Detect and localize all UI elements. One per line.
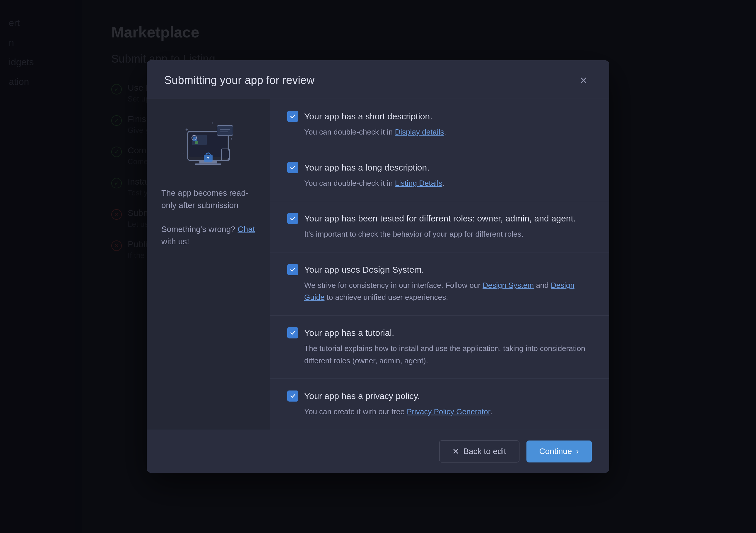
svg-text:✦: ✦ — [185, 127, 189, 132]
checklist-desc-design: We strive for consistency in our interfa… — [304, 279, 592, 303]
svg-rect-3 — [195, 164, 221, 165]
checklist-desc-tutorial: The tutorial explains how to install and… — [304, 343, 592, 367]
chevron-right-icon: › — [576, 447, 579, 456]
chat-link[interactable]: Chat — [238, 225, 255, 234]
listing-details-link[interactable]: Listing Details — [395, 178, 443, 187]
modal-close-button[interactable]: × — [575, 72, 592, 89]
checklist-header: Your app has a privacy policy. — [287, 391, 592, 402]
back-to-edit-button[interactable]: ✕ Back to edit — [439, 440, 519, 462]
checklist-item-tutorial: Your app has a tutorial. The tutorial ex… — [270, 316, 609, 379]
submit-review-modal: Submitting your app for review × — [147, 60, 609, 473]
continue-button[interactable]: Continue › — [526, 440, 592, 462]
checklist-item-long-desc: Your app has a long description. You can… — [270, 150, 609, 201]
left-something-wrong: Something's wrong? Chat with us! — [161, 223, 255, 248]
continue-label: Continue — [539, 447, 572, 456]
checklist-title-design: Your app uses Design System. — [304, 265, 424, 274]
checklist-header: Your app has a long description. — [287, 162, 592, 173]
checkbox-privacy[interactable] — [287, 391, 298, 402]
svg-rect-7 — [217, 125, 233, 136]
privacy-policy-generator-link[interactable]: Privacy Policy Generator — [407, 407, 490, 416]
checkbox-tutorial[interactable] — [287, 327, 298, 339]
modal-title: Submitting your app for review — [164, 74, 314, 86]
checklist-title-privacy: Your app has a privacy policy. — [304, 391, 420, 401]
illustration: ✦ ✦ ✦ · — [173, 117, 243, 175]
modal-right-panel: Your app has a short description. You ca… — [270, 99, 609, 430]
display-details-link[interactable]: Display details — [395, 128, 444, 136]
checklist-item-privacy: Your app has a privacy policy. You can c… — [270, 379, 609, 430]
design-system-link[interactable]: Design System — [482, 281, 534, 289]
svg-point-6 — [195, 141, 198, 144]
checklist-title-tutorial: Your app has a tutorial. — [304, 328, 394, 338]
checklist-desc-privacy: You can create it with our free Privacy … — [304, 406, 592, 418]
svg-text:✦: ✦ — [211, 121, 213, 125]
checklist-item-roles: Your app has been tested for different r… — [270, 201, 609, 252]
checklist-title-roles: Your app has been tested for different r… — [304, 214, 576, 223]
modal-left-panel: ✦ ✦ ✦ · The app becomes read-only after … — [147, 99, 270, 430]
checkbox-long-desc[interactable] — [287, 162, 298, 173]
checkbox-design[interactable] — [287, 264, 298, 275]
checklist-item-design: Your app uses Design System. We strive f… — [270, 252, 609, 315]
left-read-only-text: The app becomes read-only after submissi… — [161, 187, 255, 212]
checkbox-short-desc[interactable] — [287, 111, 298, 122]
svg-point-11 — [207, 157, 209, 159]
checklist-desc-long-desc: You can double-check it in Listing Detai… — [304, 177, 592, 189]
checklist-header: Your app has a short description. — [287, 111, 592, 122]
svg-rect-18 — [222, 150, 229, 159]
checklist-header: Your app uses Design System. — [287, 264, 592, 275]
x-icon: ✕ — [452, 446, 459, 456]
checklist-header: Your app has been tested for different r… — [287, 213, 592, 224]
checklist-title-short-desc: Your app has a short description. — [304, 112, 432, 121]
checklist-header: Your app has a tutorial. — [287, 327, 592, 339]
checklist-desc-roles: It's important to check the behavior of … — [304, 228, 592, 241]
modal-body: ✦ ✦ ✦ · The app becomes read-only after … — [147, 99, 609, 430]
modal-footer: ✕ Back to edit Continue › — [147, 429, 609, 473]
back-to-edit-label: Back to edit — [463, 447, 506, 456]
wrong-prefix: Something's wrong? — [161, 225, 235, 234]
svg-text:·: · — [183, 151, 184, 156]
checklist-item-short-desc: Your app has a short description. You ca… — [270, 99, 609, 150]
checkbox-roles[interactable] — [287, 213, 298, 224]
checklist-title-long-desc: Your app has a long description. — [304, 162, 430, 172]
checklist-desc-short-desc: You can double-check it in Display detai… — [304, 126, 592, 139]
modal-header: Submitting your app for review × — [147, 60, 609, 99]
svg-text:✦: ✦ — [230, 137, 233, 141]
